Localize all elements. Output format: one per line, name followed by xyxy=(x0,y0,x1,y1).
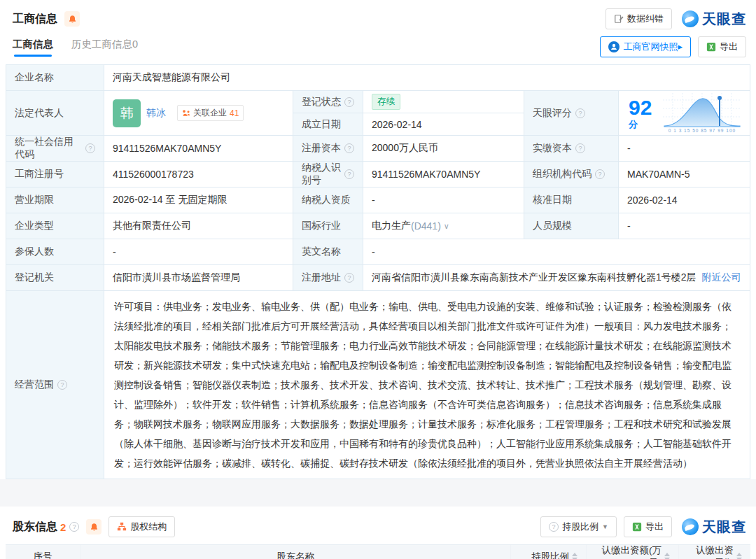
legal-rep-name-link[interactable]: 韩冰 xyxy=(146,107,166,120)
legal-rep-label: 法定代表人 xyxy=(6,91,104,136)
subscribe-bell-button[interactable] xyxy=(64,11,80,27)
help-icon[interactable]: ? xyxy=(575,108,585,118)
shareholders-table: 序号 股东名称 持股比例 认缴出资额(万元) 认缴出资日期 1 + MINGYA… xyxy=(6,544,750,559)
reg-capital-label: 注册资本? xyxy=(293,136,363,162)
business-info-title: 工商信息 xyxy=(13,12,57,27)
insured-value: - xyxy=(104,239,293,265)
shareholders-title: 股东信息 xyxy=(13,520,57,535)
chevron-down-icon[interactable]: ∨ xyxy=(444,222,449,231)
export-button[interactable]: 导出 xyxy=(624,516,672,537)
col-header-name: 股东名称 xyxy=(80,545,511,559)
sort-icon[interactable] xyxy=(572,553,578,559)
bell-icon xyxy=(90,523,99,532)
business-info-card: 工商信息 数据纠错 天眼查 工商信息 历史工商信息0 工商官网快照▸ 导出 xyxy=(0,0,756,479)
approval-date-label: 核准日期 xyxy=(524,187,619,213)
tianyancha-eye-icon xyxy=(682,518,699,535)
help-icon[interactable]: ? xyxy=(344,97,354,107)
paid-capital-value: - xyxy=(619,136,750,162)
related-companies-label: 关联企业 xyxy=(193,107,227,119)
legal-rep-cell: 韩 韩冰 关联企业 41 xyxy=(104,91,293,136)
nearby-companies-link[interactable]: 附近公司 xyxy=(702,271,741,284)
official-snapshot-label: 工商官网快照▸ xyxy=(623,41,682,53)
business-info-tabs: 工商信息 历史工商信息0 xyxy=(13,38,138,57)
data-correction-button[interactable]: 数据纠错 xyxy=(606,8,672,29)
shareholders-card: 股东信息 2 ? 股权结构 ? 持股比例 ▼ 导出 天眼查 序号 股东名称 持股… xyxy=(0,507,756,559)
business-info-table: 企业名称 河南天成智慧能源有限公司 法定代表人 韩 韩冰 关联企业 41 登记状… xyxy=(6,64,750,479)
address-value: 河南省信阳市潢川县豫东南高新技术产业开发区豫东南科技孵化器1号楼2层 xyxy=(372,271,696,284)
approval-date-value: 2026-02-14 xyxy=(619,187,750,213)
company-name-value: 河南天成智慧能源有限公司 xyxy=(104,65,750,91)
industry-label: 国标行业 xyxy=(293,213,363,239)
help-icon[interactable]: ? xyxy=(344,143,354,153)
col-header-no: 序号 xyxy=(6,545,80,559)
help-icon[interactable]: ? xyxy=(575,143,585,153)
sort-icon[interactable] xyxy=(736,553,742,559)
ratio-filter-label: 持股比例 xyxy=(562,521,598,533)
english-name-label: 英文名称 xyxy=(293,239,363,265)
export-excel-icon xyxy=(706,42,716,52)
edit-doc-icon xyxy=(614,14,624,24)
equity-structure-label: 股权结构 xyxy=(130,521,167,533)
reg-authority-value: 信阳市潢川县市场监督管理局 xyxy=(104,265,293,291)
ratio-filter-button[interactable]: ? 持股比例 ▼ xyxy=(540,516,617,537)
official-snapshot-button[interactable]: 工商官网快照▸ xyxy=(600,36,691,57)
tab-history-business-info[interactable]: 历史工商信息0 xyxy=(71,38,138,57)
reg-capital-value: 20000万人民币 xyxy=(363,136,524,162)
address-cell: 河南省信阳市潢川县豫东南高新技术产业开发区豫东南科技孵化器1号楼2层 附近公司 xyxy=(363,265,750,291)
uscc-value: 91411526MAK70AMN5Y xyxy=(104,136,293,162)
scope-value: 许可项目：供电业务；发电业务、输电业务、供（配）电业务；输电、供电、受电电力设施… xyxy=(104,291,750,479)
reg-no-label: 工商注册号 xyxy=(6,162,104,187)
caret-down-icon: ▼ xyxy=(602,523,608,530)
status-badge: 存续 xyxy=(372,94,400,109)
legal-rep-avatar[interactable]: 韩 xyxy=(113,99,141,127)
snapshot-badge-icon xyxy=(608,41,620,52)
reg-status-label: 登记状态? xyxy=(293,91,363,113)
score-distribution-chart: 0 1 3 15 50 85 97 99 100 xyxy=(663,93,741,133)
related-companies-badge[interactable]: 关联企业 41 xyxy=(177,105,244,121)
insured-label: 参保人数 xyxy=(6,239,104,265)
term-label: 营业期限 xyxy=(6,187,104,213)
company-type-label: 企业类型 xyxy=(6,213,104,239)
help-icon[interactable]: ? xyxy=(57,380,67,390)
col-header-date[interactable]: 认缴出资日期 xyxy=(679,545,750,559)
help-icon[interactable]: ? xyxy=(344,169,354,179)
industry-value: 电力生产 xyxy=(372,220,411,232)
help-icon[interactable]: ? xyxy=(344,273,354,283)
shareholders-count: 2 xyxy=(60,521,66,533)
est-date-label: 成立日期 xyxy=(293,113,363,136)
equity-structure-button[interactable]: 股权结构 xyxy=(108,516,175,537)
col-header-amount[interactable]: 认缴出资额(万元) xyxy=(587,545,679,559)
company-name-label: 企业名称 xyxy=(6,65,104,91)
scope-label: 经营范围? xyxy=(6,291,104,479)
tianyancha-logo: 天眼查 xyxy=(682,518,746,537)
export-button[interactable]: 导出 xyxy=(698,36,746,57)
help-icon[interactable]: ? xyxy=(595,169,605,179)
data-correction-label: 数据纠错 xyxy=(627,13,664,25)
help-icon[interactable]: ? xyxy=(69,522,79,532)
sort-icon[interactable] xyxy=(664,553,670,559)
related-companies-count: 41 xyxy=(230,108,239,118)
reg-authority-label: 登记机关 xyxy=(6,265,104,291)
score-label: 天眼评分? xyxy=(524,91,619,136)
taxpayer-id-label: 纳税人识别号? xyxy=(293,162,363,187)
export-label: 导出 xyxy=(645,521,664,533)
org-code-value: MAK70AMN-5 xyxy=(619,162,750,187)
org-code-label: 组织机构代码? xyxy=(524,162,619,187)
industry-cell: 电力生产 (D441) ∨ xyxy=(363,213,524,239)
staff-size-value: - xyxy=(619,213,750,239)
term-value: 2026-02-14 至 无固定期限 xyxy=(104,187,293,213)
col-header-ratio[interactable]: 持股比例 xyxy=(511,545,587,559)
score-cell: 92分 0 1 3 xyxy=(619,91,750,136)
tianyancha-eye-icon xyxy=(682,10,699,27)
english-name-value: - xyxy=(363,239,750,265)
taxpayer-qual-label: 纳税人资质 xyxy=(293,187,363,213)
help-icon: ? xyxy=(549,522,559,532)
company-type-value: 其他有限责任公司 xyxy=(104,213,293,239)
tab-business-info[interactable]: 工商信息 xyxy=(13,38,53,57)
paid-capital-label: 实缴资本? xyxy=(524,136,619,162)
taxpayer-qual-value: - xyxy=(363,187,524,213)
tianyancha-logo-text: 天眼查 xyxy=(702,10,746,29)
reg-no-value: 411526000178723 xyxy=(104,162,293,187)
help-icon[interactable]: ? xyxy=(85,143,95,153)
subscribe-bell-button[interactable] xyxy=(86,519,102,535)
